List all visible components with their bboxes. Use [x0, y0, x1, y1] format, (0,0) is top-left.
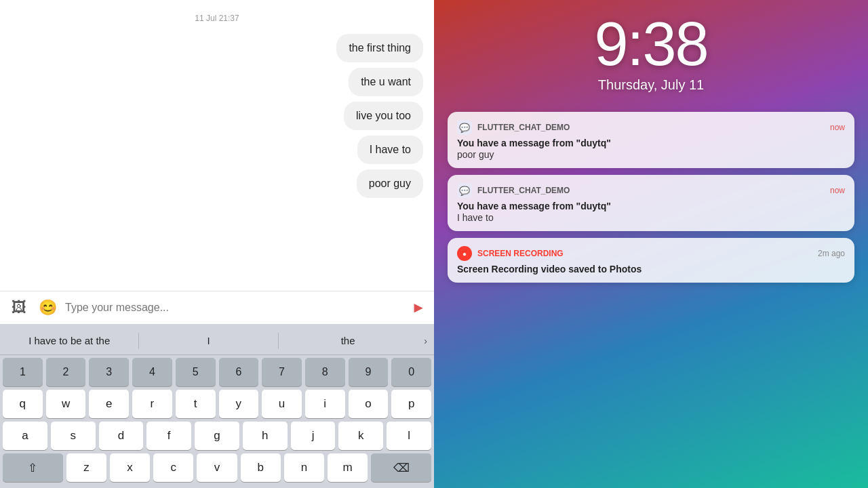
notification-card-2[interactable]: ●SCREEN RECORDING2m agoScreen Recording … — [448, 238, 854, 283]
message-bubble: live you too — [344, 102, 423, 130]
notification-card-1[interactable]: 💬FLUTTER_CHAT_DEMOnowYou have a message … — [448, 175, 854, 231]
key-p[interactable]: p — [391, 390, 431, 418]
key-q[interactable]: q — [3, 390, 43, 418]
key-d[interactable]: d — [99, 422, 144, 450]
emoji-icon[interactable]: 😊 — [37, 297, 58, 319]
lock-screen-panel: 9:38 Thursday, July 11 💬FLUTTER_CHAT_DEM… — [434, 0, 868, 488]
key-t[interactable]: t — [176, 390, 216, 418]
key-w[interactable]: w — [46, 390, 86, 418]
message-bubble: poor guy — [357, 169, 423, 198]
chat-panel: 11 Jul 21:37 the first thingthe u wantli… — [0, 0, 434, 488]
key-6[interactable]: 6 — [219, 358, 259, 386]
suggestion-1[interactable]: I have to be at the — [0, 331, 138, 350]
notification-card-0[interactable]: 💬FLUTTER_CHAT_DEMOnowYou have a message … — [448, 112, 854, 168]
key-x[interactable]: x — [110, 453, 150, 482]
keyboard-area: I have to be at the I the › 1234567890 q… — [0, 324, 434, 488]
notif-app-name: FLUTTER_CHAT_DEMO — [477, 123, 825, 132]
key-k[interactable]: k — [338, 422, 383, 450]
key-v[interactable]: v — [197, 453, 237, 482]
notifications-list: 💬FLUTTER_CHAT_DEMOnowYou have a message … — [434, 101, 868, 293]
key-2[interactable]: 2 — [46, 358, 86, 386]
key-8[interactable]: 8 — [305, 358, 345, 386]
notif-time: 2m ago — [818, 249, 845, 258]
notif-title: Screen Recording video saved to Photos — [457, 264, 845, 274]
key-c[interactable]: c — [153, 453, 193, 482]
key-s[interactable]: s — [51, 422, 96, 450]
notif-app-name: SCREEN RECORDING — [477, 249, 812, 258]
key-e[interactable]: e — [89, 390, 129, 418]
key-7[interactable]: 7 — [262, 358, 302, 386]
key-b[interactable]: b — [241, 453, 281, 482]
key-y[interactable]: y — [219, 390, 259, 418]
key-r[interactable]: r — [132, 390, 172, 418]
key-g[interactable]: g — [195, 422, 239, 450]
message-bubble: the first thing — [336, 34, 423, 62]
shift-key[interactable]: ⇧ — [3, 453, 63, 482]
keyboard-suggestions: I have to be at the I the › — [0, 327, 434, 355]
key-o[interactable]: o — [349, 390, 389, 418]
notif-body: poor guy — [457, 149, 845, 160]
key-f[interactable]: f — [146, 422, 191, 450]
message-bubble: I have to — [357, 136, 423, 164]
keyboard-rows: 1234567890 qwertyuiop asdfghjkl ⇧zxcvbnm… — [0, 355, 434, 482]
key-l[interactable]: l — [387, 422, 431, 450]
chat-app-icon: 💬 — [457, 120, 472, 135]
key-a[interactable]: a — [3, 422, 47, 450]
number-row: 1234567890 — [3, 358, 431, 386]
qwerty-row3: ⇧zxcvbnm⌫ — [3, 453, 431, 482]
key-9[interactable]: 9 — [349, 358, 389, 386]
message-input[interactable] — [65, 302, 404, 314]
key-n[interactable]: n — [284, 453, 324, 482]
send-button[interactable]: ► — [411, 299, 426, 317]
message-input-area: 🖼 😊 ► — [0, 291, 434, 324]
key-0[interactable]: 0 — [391, 358, 431, 386]
notif-body: I have to — [457, 212, 845, 223]
notif-time: now — [830, 123, 845, 132]
key-3[interactable]: 3 — [89, 358, 129, 386]
lock-time: 9:38 — [594, 14, 707, 75]
key-i[interactable]: i — [305, 390, 345, 418]
image-icon[interactable]: 🖼 — [8, 297, 30, 319]
key-m[interactable]: m — [328, 453, 368, 482]
record-icon: ● — [457, 246, 472, 261]
qwerty-row2: asdfghjkl — [3, 422, 431, 450]
notif-title: You have a message from "duytq" — [457, 201, 845, 211]
delete-key[interactable]: ⌫ — [371, 453, 431, 482]
key-5[interactable]: 5 — [176, 358, 216, 386]
notif-title: You have a message from "duytq" — [457, 138, 845, 148]
key-u[interactable]: u — [262, 390, 302, 418]
key-z[interactable]: z — [66, 453, 106, 482]
suggestion-3[interactable]: the — [279, 331, 417, 350]
qwerty-row1: qwertyuiop — [3, 390, 431, 418]
chat-messages: 11 Jul 21:37 the first thingthe u wantli… — [0, 0, 434, 291]
notif-time: now — [830, 186, 845, 195]
lock-date: Thursday, July 11 — [598, 77, 704, 93]
message-bubble: the u want — [349, 68, 423, 96]
chat-app-icon: 💬 — [457, 183, 472, 198]
key-4[interactable]: 4 — [132, 358, 172, 386]
chat-timestamp: 11 Jul 21:37 — [11, 14, 423, 23]
suggestion-arrow[interactable]: › — [417, 336, 434, 346]
lock-content: 9:38 Thursday, July 11 💬FLUTTER_CHAT_DEM… — [434, 0, 868, 293]
notif-app-name: FLUTTER_CHAT_DEMO — [477, 186, 825, 195]
key-j[interactable]: j — [291, 422, 336, 450]
key-h[interactable]: h — [243, 422, 288, 450]
suggestion-2[interactable]: I — [139, 331, 277, 350]
key-1[interactable]: 1 — [3, 358, 43, 386]
